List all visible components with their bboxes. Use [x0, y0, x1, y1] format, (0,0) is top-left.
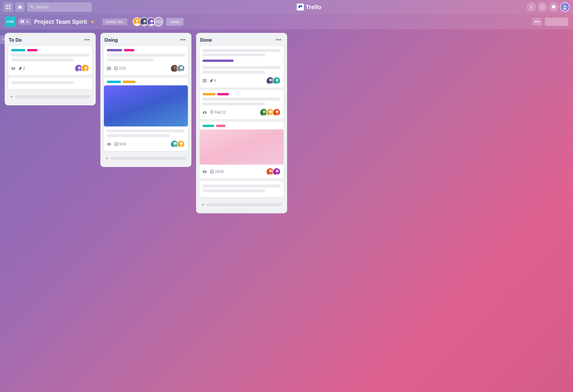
grid-menu-button[interactable] — [4, 2, 13, 12]
svg-point-20 — [150, 20, 153, 23]
card-avatars — [170, 64, 185, 72]
member-avatars: +12 — [133, 17, 163, 26]
svg-rect-6 — [299, 5, 300, 8]
card-text-line — [107, 54, 185, 57]
label-pink — [27, 49, 38, 51]
card-done-3[interactable]: 10/10 — [200, 122, 284, 179]
plus-icon: + — [530, 4, 532, 10]
svg-point-33 — [173, 66, 177, 69]
star-button[interactable]: ★ — [90, 18, 95, 25]
card-todo-2[interactable] — [8, 78, 92, 89]
card-text-line — [11, 81, 74, 84]
card-doing-1[interactable]: 2/10 — [104, 46, 188, 75]
add-card-button-done[interactable]: + — [200, 200, 284, 210]
svg-point-69 — [276, 169, 279, 173]
svg-rect-12 — [23, 20, 24, 23]
checklist-icon: 6/10 — [114, 142, 126, 146]
star-icon: ★ — [90, 19, 95, 25]
card-meta-left: 2 — [11, 66, 25, 70]
search-bar[interactable]: Search — [27, 2, 92, 12]
card-avatar — [177, 140, 185, 148]
label-purple-bar — [203, 60, 234, 62]
user-avatar[interactable] — [560, 2, 569, 12]
workspace-label-button[interactable]: Acme, Inc. — [102, 18, 127, 25]
svg-line-5 — [33, 8, 34, 9]
eye-icon — [203, 111, 207, 114]
svg-point-49 — [269, 78, 272, 82]
card-doing-2[interactable]: 6/10 — [104, 78, 188, 151]
search-placeholder: Search — [36, 5, 49, 9]
card-labels — [104, 78, 188, 83]
card-meta-left: 6 — [203, 79, 216, 83]
card-avatar — [272, 168, 281, 176]
add-card-line — [111, 157, 186, 160]
svg-point-36 — [180, 66, 183, 69]
add-button[interactable]: + — [527, 2, 536, 12]
svg-point-59 — [269, 110, 272, 113]
view-chevron-icon: ▼ — [26, 20, 29, 23]
card-avatar — [81, 64, 89, 72]
list-menu-button-todo[interactable]: ••• — [82, 36, 92, 44]
card-meta: 6/10 — [107, 140, 185, 148]
board-more-button[interactable]: ••• — [532, 18, 542, 26]
card-text-line — [203, 189, 265, 192]
workspace-icon: ACME — [5, 16, 15, 27]
svg-point-52 — [276, 78, 279, 82]
card-labels — [200, 122, 284, 127]
svg-point-56 — [263, 110, 266, 113]
top-navigation: Search Trello + ⓘ — [0, 0, 573, 14]
list-icon — [107, 67, 111, 70]
label-cyan — [107, 81, 121, 83]
list-header-todo: To Do ••• — [8, 36, 92, 44]
eye-icon — [11, 67, 16, 70]
clock-icon — [210, 110, 214, 115]
svg-rect-2 — [6, 8, 8, 9]
label-purple — [107, 49, 122, 51]
card-avatar — [177, 64, 185, 72]
info-button[interactable]: ⓘ — [538, 2, 547, 12]
more-members-badge[interactable]: +12 — [154, 17, 163, 26]
add-card-line — [15, 95, 90, 98]
app-title-area: Trello — [94, 4, 524, 11]
card-meta-left: 10/10 — [203, 170, 224, 174]
chevron-right-icon: >> — [2, 38, 6, 42]
card-done-2[interactable]: Feb 12 — [200, 90, 284, 119]
attachment-icon: 6 — [210, 79, 216, 83]
svg-rect-0 — [6, 5, 8, 6]
card-text-line — [107, 58, 154, 61]
add-card-button-todo[interactable]: + — [8, 92, 92, 102]
list-menu-button-doing[interactable]: ••• — [178, 36, 187, 44]
attachment-icon: 2 — [18, 66, 25, 70]
label-yellow — [123, 81, 136, 83]
card-text-line — [203, 66, 281, 69]
invite-button[interactable]: Invite — [166, 18, 183, 26]
card-todo-1[interactable]: 2 — [8, 46, 92, 75]
notifications-button[interactable] — [549, 2, 558, 12]
svg-point-66 — [269, 169, 272, 173]
card-meta: 6 — [203, 77, 281, 85]
svg-point-17 — [143, 20, 146, 23]
sidebar-toggle-button[interactable]: >> — [0, 35, 8, 44]
home-button[interactable] — [15, 2, 25, 12]
trello-logo-icon — [297, 4, 304, 11]
board-title: Project Team Spirit — [34, 18, 87, 25]
list-doing: Doing ••• — [100, 33, 191, 167]
plus-icon: + — [106, 156, 108, 161]
svg-point-43 — [180, 142, 183, 145]
date-badge: Feb 12 — [210, 110, 226, 115]
svg-rect-64 — [210, 170, 214, 173]
more-icon: ••• — [535, 19, 540, 24]
board-content: To Do ••• — [0, 29, 573, 392]
board-view-button[interactable]: ▼ — [18, 18, 31, 25]
svg-rect-11 — [21, 20, 22, 23]
svg-point-40 — [173, 142, 177, 145]
add-card-button-doing[interactable]: + — [104, 153, 188, 163]
list-menu-button-done[interactable]: ••• — [274, 36, 283, 44]
card-meta: 10/10 — [203, 168, 281, 176]
card-meta-left: 6/10 — [107, 142, 126, 146]
card-text-line — [203, 71, 265, 74]
card-meta: 2 — [11, 64, 89, 72]
filter-bar — [545, 18, 568, 26]
card-done-4[interactable] — [200, 181, 284, 197]
card-done-1[interactable]: 6 — [200, 46, 284, 88]
